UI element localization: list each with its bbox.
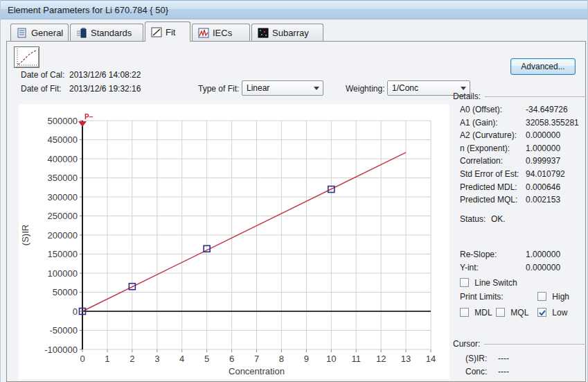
svg-text:Concentration: Concentration bbox=[229, 366, 285, 376]
svg-text:400000: 400000 bbox=[48, 154, 78, 164]
svg-text:14: 14 bbox=[426, 354, 436, 364]
advanced-button[interactable]: Advanced... bbox=[510, 58, 576, 75]
svg-text:500000: 500000 bbox=[48, 116, 78, 126]
date-of-cal-label: Date of Cal: bbox=[21, 70, 64, 80]
date-of-cal-value: 2013/12/6 14:08:22 bbox=[69, 70, 141, 80]
low-label: Low bbox=[552, 308, 567, 318]
svg-text:-100000: -100000 bbox=[44, 345, 78, 355]
detail-row-predicted-mql: Predicted MQL:0.002153 bbox=[453, 195, 585, 208]
svg-text:300000: 300000 bbox=[48, 192, 78, 202]
re-slope-row: Re-Slope:1.000000 bbox=[453, 250, 585, 263]
tab-standards[interactable]: Standards bbox=[70, 24, 143, 42]
tab-subarray-label: Subarray bbox=[272, 28, 309, 38]
fit-tab-page: Date of Cal: 2013/12/6 14:08:22 Date of … bbox=[6, 41, 586, 382]
tab-iecs-label: IECs bbox=[213, 28, 232, 38]
svg-text:10: 10 bbox=[326, 354, 336, 364]
mdl-mql-low-row: MDL MQL Low bbox=[453, 308, 585, 321]
detail-row-std-error: Std Error of Est:94.010792 bbox=[453, 169, 585, 182]
type-of-fit-select[interactable]: Linear bbox=[242, 80, 323, 96]
print-limits-row: Print Limits: High bbox=[453, 292, 585, 305]
svg-text:3: 3 bbox=[154, 354, 159, 364]
tab-subarray[interactable]: Subarray bbox=[251, 24, 323, 42]
detail-row-predicted-mdl: Predicted MDL:0.000646 bbox=[453, 182, 585, 196]
details-header: Details: bbox=[453, 92, 585, 101]
subarray-pixels-icon bbox=[258, 28, 269, 38]
svg-text:0: 0 bbox=[80, 354, 84, 364]
mdl-checkbox[interactable] bbox=[460, 308, 469, 317]
svg-text:150000: 150000 bbox=[48, 249, 78, 259]
weighting-value: 1/Conc bbox=[392, 83, 418, 93]
date-of-fit-value: 2013/12/6 19:32:16 bbox=[69, 84, 141, 94]
cursor-sir-row: (S)IR: ---- bbox=[453, 354, 585, 367]
high-label: High bbox=[552, 292, 569, 302]
svg-text:0: 0 bbox=[73, 306, 78, 317]
tab-fit[interactable]: Fit bbox=[145, 21, 190, 42]
svg-text:100000: 100000 bbox=[48, 268, 78, 279]
svg-text:12: 12 bbox=[376, 354, 386, 364]
print-limits-label: Print Limits: bbox=[460, 292, 504, 302]
chevron-down-icon bbox=[310, 82, 322, 94]
status-row: Status: OK. bbox=[453, 214, 585, 227]
cursor-header: Cursor: bbox=[453, 339, 585, 349]
line-switch-label: Line Switch bbox=[474, 278, 517, 288]
low-checkbox[interactable] bbox=[537, 308, 546, 317]
svg-text:P–: P– bbox=[84, 113, 93, 121]
svg-text:50000: 50000 bbox=[53, 287, 78, 297]
cursor-conc-row: Conc: ---- bbox=[453, 367, 585, 380]
tab-standards-label: Standards bbox=[91, 28, 132, 38]
mql-label: MQL bbox=[510, 308, 528, 318]
svg-text:4: 4 bbox=[179, 354, 184, 364]
svg-text:450000: 450000 bbox=[48, 134, 78, 145]
detail-row-a0: A0 (Offset):-34.649726 bbox=[453, 105, 585, 118]
svg-text:-50000: -50000 bbox=[50, 325, 78, 336]
general-document-icon bbox=[17, 28, 28, 38]
window-title: Element Parameters for Li 670.784 { 50} bbox=[8, 5, 168, 15]
svg-text:250000: 250000 bbox=[48, 211, 78, 221]
svg-text:7: 7 bbox=[254, 354, 259, 364]
high-checkbox[interactable] bbox=[537, 292, 546, 301]
calibration-chart[interactable]: 01234567891011121314-100000-500000500001… bbox=[19, 104, 449, 379]
details-panel: Details: A0 (Offset):-34.649726 A1 (Gain… bbox=[453, 92, 585, 380]
svg-text:5: 5 bbox=[204, 354, 209, 364]
tab-iecs[interactable]: IECs bbox=[192, 24, 250, 42]
calibration-curve-icon bbox=[15, 47, 39, 67]
iecs-spectrum-icon bbox=[198, 28, 209, 38]
tab-general-label: General bbox=[31, 28, 63, 38]
detail-row-a2: A2 (Curvature):0.000000 bbox=[453, 130, 585, 144]
svg-text:13: 13 bbox=[401, 354, 411, 364]
svg-text:(S)IR: (S)IR bbox=[20, 225, 30, 245]
svg-text:200000: 200000 bbox=[48, 230, 78, 241]
standards-flask-icon bbox=[76, 28, 87, 38]
weighting-label: Weighting: bbox=[346, 84, 384, 94]
svg-text:8: 8 bbox=[279, 354, 284, 364]
titlebar: Element Parameters for Li 670.784 { 50} bbox=[1, 0, 588, 19]
tab-fit-label: Fit bbox=[166, 27, 175, 37]
line-switch-checkbox[interactable] bbox=[460, 278, 469, 287]
svg-text:2: 2 bbox=[130, 354, 134, 364]
date-of-fit-label: Date of Fit: bbox=[21, 84, 62, 94]
svg-text:11: 11 bbox=[351, 354, 361, 364]
y-int-row: Y-int:0.000000 bbox=[453, 263, 585, 276]
svg-text:6: 6 bbox=[229, 354, 234, 364]
detail-row-correlation: Correlation:0.999937 bbox=[453, 156, 585, 169]
mql-checkbox[interactable] bbox=[496, 308, 505, 317]
calibration-curve-button[interactable] bbox=[14, 46, 39, 68]
svg-text:1: 1 bbox=[105, 354, 109, 364]
svg-text:9: 9 bbox=[304, 354, 309, 364]
line-switch-row: Line Switch bbox=[453, 278, 585, 291]
mdl-label: MDL bbox=[474, 308, 492, 318]
element-parameters-window: Element Parameters for Li 670.784 { 50} … bbox=[0, 0, 588, 382]
status-value: OK. bbox=[491, 214, 506, 224]
detail-row-a1: A1 (Gain):32058.355281 bbox=[453, 118, 585, 131]
tab-general[interactable]: General bbox=[10, 24, 69, 42]
type-of-fit-value: Linear bbox=[247, 83, 269, 93]
detail-row-n: n (Exponent):1.000000 bbox=[453, 144, 585, 157]
fit-curve-icon bbox=[151, 27, 162, 37]
type-of-fit-label: Type of Fit: bbox=[198, 84, 239, 94]
svg-text:350000: 350000 bbox=[48, 173, 78, 183]
